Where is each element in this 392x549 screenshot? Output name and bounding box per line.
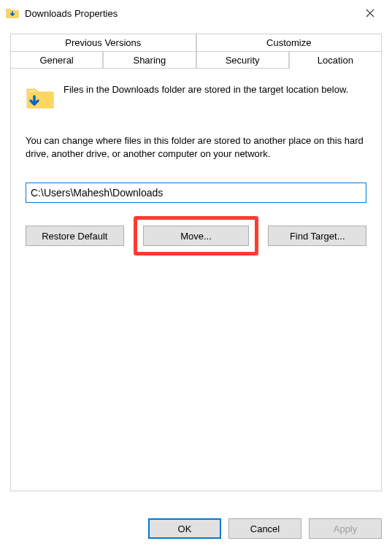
close-button[interactable] [354, 2, 386, 24]
tab-security[interactable]: Security [196, 51, 289, 69]
restore-default-button[interactable]: Restore Default [26, 226, 124, 246]
move-button-highlight: Move... [134, 216, 259, 256]
tab-location[interactable]: Location [289, 51, 382, 69]
find-target-button[interactable]: Find Target... [268, 226, 366, 246]
tab-customize[interactable]: Customize [196, 34, 383, 51]
action-buttons: Restore Default Move... Find Target... [26, 216, 366, 256]
downloads-folder-icon [6, 7, 19, 20]
location-path-input[interactable] [26, 183, 366, 203]
tab-general[interactable]: General [10, 51, 103, 69]
ok-button[interactable]: OK [148, 518, 221, 539]
tabs: Previous Versions Customize General Shar… [10, 34, 382, 69]
description-text-1: Files in the Downloads folder are stored… [64, 83, 348, 112]
downloads-folder-large-icon [26, 83, 55, 112]
move-button[interactable]: Move... [143, 226, 250, 246]
apply-button[interactable]: Apply [309, 518, 382, 539]
location-panel: Files in the Downloads folder are stored… [10, 68, 382, 491]
cancel-button[interactable]: Cancel [228, 518, 301, 539]
dialog-buttons: OK Cancel Apply [148, 518, 382, 539]
description-text-2: You can change where files in this folde… [26, 134, 366, 161]
tab-sharing[interactable]: Sharing [103, 51, 196, 69]
window-title: Downloads Properties [25, 8, 354, 19]
tab-previous-versions[interactable]: Previous Versions [10, 34, 196, 51]
close-icon [366, 9, 374, 18]
titlebar: Downloads Properties [0, 0, 392, 26]
